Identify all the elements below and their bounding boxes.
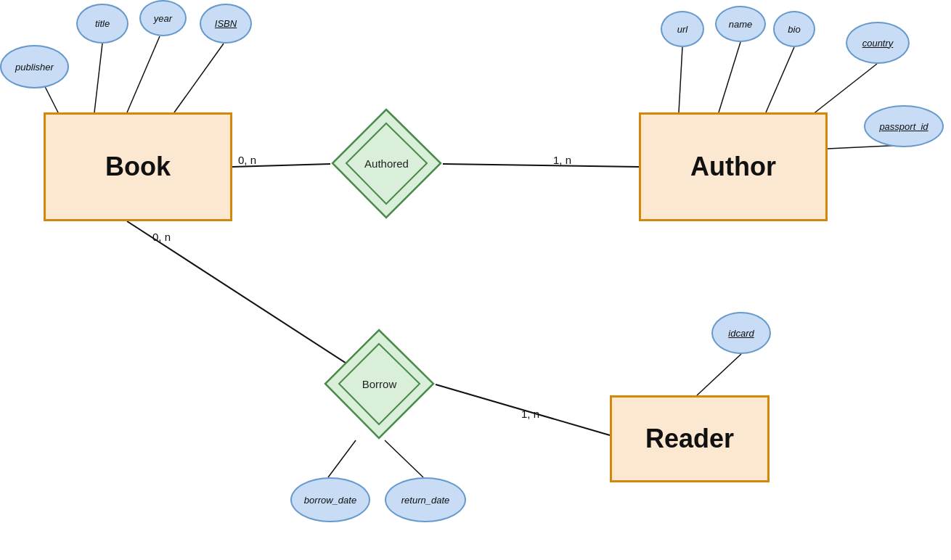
svg-line-9 — [719, 42, 740, 112]
entity-author: Author — [639, 112, 828, 221]
attribute-name: name — [715, 6, 766, 42]
entity-reader: Reader — [610, 395, 770, 482]
svg-line-6 — [127, 36, 160, 112]
attribute-publisher: publisher — [0, 45, 69, 88]
connector-lines — [0, 0, 951, 560]
er-diagram: Book Author Reader Authored Borrow publi… — [0, 0, 951, 560]
svg-line-7 — [174, 44, 224, 112]
svg-line-10 — [766, 47, 794, 112]
attribute-url: url — [661, 11, 704, 47]
attribute-borrow-date: borrow_date — [290, 477, 370, 522]
svg-line-14 — [328, 440, 356, 477]
cardinality-authored-author: 1, n — [553, 154, 571, 166]
attribute-passport-id: passport_id — [864, 105, 944, 147]
relationship-borrow: Borrow — [323, 328, 436, 440]
attribute-country: country — [846, 22, 910, 64]
svg-line-15 — [385, 440, 423, 477]
svg-line-13 — [697, 354, 741, 395]
attribute-idcard: idcard — [711, 312, 771, 354]
cardinality-book-authored: 0, n — [238, 154, 256, 166]
attribute-year: year — [139, 0, 187, 36]
attribute-isbn: ISBN — [200, 4, 252, 44]
svg-line-8 — [679, 47, 682, 112]
svg-line-1 — [443, 164, 639, 167]
attribute-title: title — [76, 4, 128, 44]
attribute-bio: bio — [773, 11, 815, 47]
cardinality-book-borrow: 0, n — [152, 231, 171, 243]
entity-book: Book — [44, 112, 232, 221]
svg-line-5 — [94, 44, 102, 112]
cardinality-borrow-reader: 1, n — [521, 408, 539, 420]
svg-line-11 — [806, 64, 877, 120]
relationship-authored: Authored — [330, 107, 443, 220]
attribute-return-date: return_date — [385, 477, 466, 522]
